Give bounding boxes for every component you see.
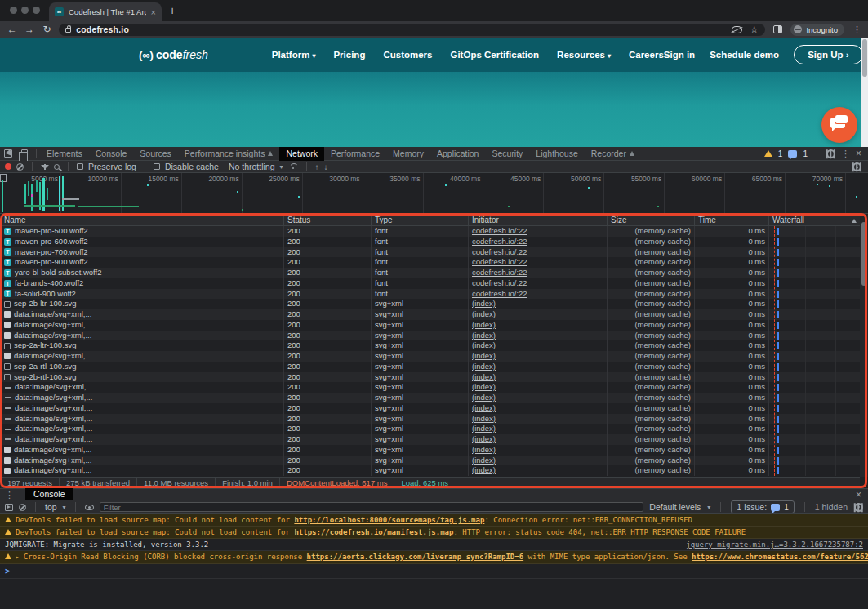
export-har-icon[interactable]: ↓ <box>324 162 328 171</box>
chat-widget-button[interactable] <box>821 107 857 143</box>
record-icon[interactable] <box>5 163 11 170</box>
devtools-tab-elements[interactable]: Elements <box>40 147 89 161</box>
console-link[interactable]: https://www.chromestatus.com/feature/562… <box>692 553 868 561</box>
column-header-waterfall[interactable]: Waterfall <box>769 215 860 225</box>
initiator-link[interactable]: codefresh.io/:22 <box>472 237 527 246</box>
initiator-link[interactable]: (index) <box>472 414 496 423</box>
devtools-tab-recorder[interactable]: Recorder <box>585 147 641 161</box>
table-row[interactable]: data:image/svg+xml,...200svg+xml(index)(… <box>1 465 860 476</box>
initiator-link[interactable]: (index) <box>472 351 496 360</box>
table-row[interactable]: sep-2b-ltr-100.svg200svg+xml(index)(memo… <box>1 299 860 309</box>
devtools-settings-icon[interactable] <box>826 149 835 158</box>
nav-item-platform[interactable]: Platform▾ <box>272 50 316 60</box>
table-row[interactable]: data:image/svg+xml,...200svg+xml(index)(… <box>1 393 860 403</box>
column-header-time[interactable]: Time <box>695 215 769 225</box>
sign-in-link[interactable]: Sign in <box>664 50 695 60</box>
initiator-link[interactable]: (index) <box>472 393 496 402</box>
issues-counter[interactable]: 1 Issue: 1 <box>731 500 794 513</box>
eye-slash-icon[interactable] <box>732 26 742 33</box>
table-row[interactable]: Tmaven-pro-600.woff2200fontcodefresh.io/… <box>1 237 860 247</box>
devtools-tab-performance-insights[interactable]: Performance insights <box>178 147 280 161</box>
preserve-log-checkbox[interactable] <box>77 163 83 170</box>
console-close-icon[interactable]: × <box>856 490 861 500</box>
column-header-type[interactable]: Type <box>372 215 469 225</box>
table-row[interactable]: sep-2a-ltr-100.svg200svg+xml(index)(memo… <box>1 340 860 351</box>
codefresh-logo[interactable]: (∞) code fresh <box>139 48 208 61</box>
initiator-link[interactable]: (index) <box>472 372 496 381</box>
table-row[interactable]: sep-2a-rtl-100.svg200svg+xml(index)(memo… <box>1 362 860 372</box>
import-har-icon[interactable]: ↑ <box>315 162 319 171</box>
table-row[interactable]: data:image/svg+xml,...200svg+xml(index)(… <box>1 382 860 393</box>
table-row[interactable]: data:image/svg+xml,...200svg+xml(index)(… <box>1 456 860 466</box>
initiator-link[interactable]: codefresh.io/:22 <box>472 257 527 266</box>
disable-cache-checkbox[interactable] <box>154 163 160 170</box>
console-link[interactable]: https://aorta.clickagy.com/liveramp_sync… <box>307 553 524 561</box>
console-message[interactable]: JQMIGRATE: Migrate is installed, version… <box>0 539 868 551</box>
table-scrollbar-thumb[interactable] <box>861 222 866 286</box>
table-row[interactable]: data:image/svg+xml,...200svg+xml(index)(… <box>1 403 860 414</box>
devtools-tab-application[interactable]: Application <box>430 147 485 161</box>
device-toolbar-icon[interactable] <box>16 147 33 161</box>
initiator-link[interactable]: codefresh.io/:22 <box>472 226 527 235</box>
reload-button[interactable]: ↻ <box>38 24 56 35</box>
issues-badge-icon[interactable] <box>788 150 797 158</box>
search-icon[interactable] <box>54 164 60 170</box>
table-row[interactable]: data:image/svg+xml,...200svg+xml(index)(… <box>1 309 860 320</box>
address-bar[interactable]: codefresh.io ☆ <box>59 24 764 36</box>
browser-tab[interactable]: ∞ Codefresh | The #1 Argo and G × <box>49 2 162 21</box>
network-settings-icon[interactable] <box>852 162 861 171</box>
table-row[interactable]: sep-2b-rtl-100.svg200svg+xml(index)(memo… <box>1 372 860 383</box>
table-row[interactable]: Tfa-solid-900.woff2200fontcodefresh.io/:… <box>1 289 860 300</box>
column-header-initiator[interactable]: Initiator <box>469 215 608 225</box>
network-overview-timeline[interactable]: 5000 ms10000 ms15000 ms20000 ms25000 ms3… <box>0 173 868 214</box>
initiator-link[interactable]: (index) <box>472 299 496 308</box>
nav-item-resources[interactable]: Resources▾ <box>557 50 611 60</box>
schedule-demo-link[interactable]: Schedule demo <box>710 50 779 60</box>
table-row[interactable]: Tmaven-pro-700.woff2200fontcodefresh.io/… <box>1 247 860 258</box>
source-location-link[interactable]: jquery-migrate.min.j…=3.3.2.1667235787:2 <box>676 540 863 549</box>
console-filter-input[interactable] <box>100 502 644 512</box>
back-button[interactable]: ← <box>3 24 20 35</box>
console-drawer-tab[interactable]: Console <box>25 488 73 500</box>
devtools-tab-memory[interactable]: Memory <box>386 147 430 161</box>
column-header-name[interactable]: Name <box>1 215 284 225</box>
devtools-tab-lighthouse[interactable]: Lighthouse <box>529 147 584 161</box>
table-row[interactable]: data:image/svg+xml,...200svg+xml(index)(… <box>1 434 860 445</box>
log-levels-select[interactable]: Default levels <box>649 502 701 512</box>
table-row[interactable]: data:image/svg+xml,...200svg+xml(index)(… <box>1 424 860 434</box>
initiator-link[interactable]: (index) <box>472 456 496 465</box>
console-link[interactable]: https://codefresh.io/manifest.js.map <box>294 528 453 536</box>
table-row[interactable]: Tmaven-pro-900.woff2200fontcodefresh.io/… <box>1 257 860 268</box>
console-sidebar-icon[interactable] <box>5 504 13 511</box>
initiator-link[interactable]: codefresh.io/:22 <box>472 268 527 277</box>
devtools-tab-performance[interactable]: Performance <box>324 147 386 161</box>
devtools-tab-sources[interactable]: Sources <box>133 147 178 161</box>
side-panel-icon[interactable] <box>773 25 783 33</box>
window-zoom-button[interactable] <box>33 7 40 14</box>
nav-item-customers[interactable]: Customers <box>383 50 432 60</box>
initiator-link[interactable]: (index) <box>472 320 496 329</box>
browser-menu-icon[interactable]: ⋮ <box>852 24 861 35</box>
forward-button[interactable]: → <box>20 24 38 35</box>
nav-item-gitops-certification[interactable]: GitOps Certification <box>450 50 539 60</box>
column-header-status[interactable]: Status <box>284 215 372 225</box>
table-row[interactable]: Tmaven-pro-500.woff2200fontcodefresh.io/… <box>1 226 860 237</box>
table-row[interactable]: data:image/svg+xml,...200svg+xml(index)(… <box>1 445 860 456</box>
network-conditions-icon[interactable] <box>288 163 298 170</box>
console-settings-icon[interactable] <box>854 503 863 512</box>
table-row[interactable]: data:image/svg+xml,...200svg+xml(index)(… <box>1 414 860 425</box>
console-message[interactable]: DevTools failed to load source map: Coul… <box>0 527 868 539</box>
filter-icon[interactable] <box>41 165 49 169</box>
initiator-link[interactable]: (index) <box>472 340 496 349</box>
table-row[interactable]: data:image/svg+xml,...200svg+xml(index)(… <box>1 331 860 341</box>
nav-item-pricing[interactable]: Pricing <box>333 50 365 60</box>
initiator-link[interactable]: (index) <box>472 403 496 412</box>
bookmark-star-icon[interactable]: ☆ <box>750 24 759 35</box>
devtools-tab-network[interactable]: Network <box>279 147 324 161</box>
console-clear-icon[interactable] <box>19 504 26 511</box>
initiator-link[interactable]: (index) <box>472 331 496 340</box>
initiator-link[interactable]: (index) <box>472 309 496 318</box>
initiator-link[interactable]: (index) <box>472 465 496 474</box>
inspect-element-icon[interactable] <box>0 147 16 161</box>
column-header-size[interactable]: Size <box>608 215 695 225</box>
